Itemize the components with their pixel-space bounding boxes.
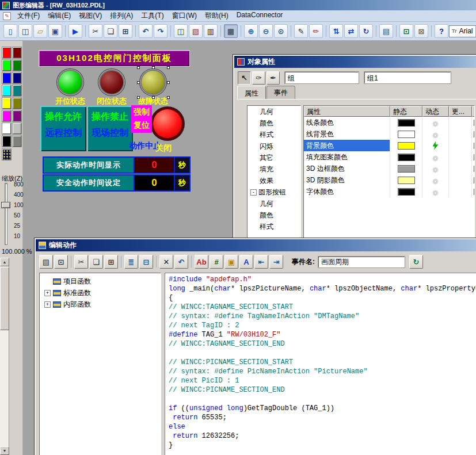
property-static-cell[interactable] bbox=[390, 128, 422, 140]
menu-item[interactable]: 排列(A) bbox=[106, 10, 137, 22]
object-type-combo[interactable]: 组 bbox=[285, 72, 359, 83]
menu-item[interactable]: 文件(F) bbox=[13, 10, 44, 22]
event-name-input[interactable] bbox=[318, 257, 405, 267]
zoom-in-button[interactable]: ⊕ bbox=[244, 24, 258, 38]
indirect-checkbox[interactable] bbox=[474, 131, 475, 137]
time-row[interactable]: 安全动作时间设定 0 秒 bbox=[43, 174, 191, 192]
zoom-out-button[interactable]: ⊖ bbox=[259, 24, 273, 38]
copy-button[interactable]: ❏ bbox=[89, 255, 103, 269]
grid-button[interactable]: ▦ bbox=[224, 24, 238, 38]
column-header[interactable]: 静态 bbox=[390, 106, 422, 117]
color-swatch[interactable] bbox=[2, 123, 11, 134]
tree-item[interactable]: +标准函数 bbox=[41, 287, 159, 299]
font-selector[interactable]: Tr Arial ▾ bbox=[449, 25, 476, 37]
help-button[interactable]: ? bbox=[435, 24, 448, 38]
color-value-swatch[interactable] bbox=[398, 142, 415, 150]
property-indirect-cell[interactable] bbox=[472, 186, 475, 197]
indirect-checkbox[interactable] bbox=[474, 154, 475, 160]
selection-handle[interactable] bbox=[167, 96, 170, 99]
selection-handle[interactable] bbox=[137, 66, 140, 69]
open-button[interactable]: ▱ bbox=[33, 24, 47, 38]
indirect-checkbox[interactable] bbox=[474, 120, 475, 126]
indirect-checkbox[interactable] bbox=[474, 177, 475, 183]
tree-item[interactable]: -圆形按钮 bbox=[247, 186, 300, 198]
menu-item[interactable]: 编辑(E) bbox=[44, 10, 75, 22]
redo-button[interactable]: ↷ bbox=[154, 24, 167, 38]
open-status-light-ring[interactable] bbox=[57, 69, 83, 95]
time-row[interactable]: 实际动作时间显示 0 秒 bbox=[43, 156, 191, 174]
pen-standard-button[interactable]: ✎ bbox=[294, 24, 308, 38]
property-static-cell[interactable] bbox=[390, 140, 422, 151]
selection-handle[interactable] bbox=[167, 66, 170, 69]
status-light[interactable] bbox=[59, 71, 82, 94]
tree-item[interactable]: 样式 bbox=[247, 129, 300, 140]
property-row[interactable]: 背景颜色 bbox=[304, 140, 474, 151]
color-swatch[interactable] bbox=[2, 98, 11, 109]
color-swatch[interactable] bbox=[13, 98, 21, 109]
operation-forbid-button[interactable]: 操作禁止 现场控制 bbox=[87, 106, 133, 151]
display-options-button[interactable]: ◫ bbox=[174, 24, 188, 38]
flip-horizontal-button[interactable]: ⇄ bbox=[344, 24, 358, 38]
property-indirect-cell[interactable] bbox=[472, 163, 475, 174]
property-static-cell[interactable] bbox=[390, 163, 422, 174]
color-swatch[interactable] bbox=[13, 47, 21, 58]
flip-vertical-button[interactable]: ⇅ bbox=[329, 24, 343, 38]
property-row[interactable]: 线条颜色☼ bbox=[304, 117, 474, 128]
compile-button[interactable]: # bbox=[210, 255, 223, 269]
tag-browser-button[interactable]: ≣ bbox=[124, 255, 138, 269]
new-button[interactable]: ▯ bbox=[3, 24, 17, 38]
property-indirect-cell[interactable] bbox=[472, 128, 475, 140]
color-palette-button[interactable]: ▧ bbox=[189, 24, 203, 38]
color-value-swatch[interactable] bbox=[398, 131, 415, 138]
panel-title-box[interactable]: 03H102电控闸门控制面板 bbox=[39, 51, 189, 66]
property-row[interactable]: 填充图案颜色☼ bbox=[304, 151, 474, 163]
color-value-swatch[interactable] bbox=[398, 119, 415, 127]
library-button[interactable]: ▤ bbox=[379, 24, 393, 38]
selection-handle[interactable] bbox=[152, 66, 155, 69]
catalog-button[interactable]: ⊠ bbox=[414, 24, 428, 38]
refresh-button[interactable]: ↻ bbox=[409, 255, 423, 269]
document-window-icon[interactable]: ✎ bbox=[3, 12, 11, 20]
menu-item[interactable]: 窗口(W) bbox=[168, 10, 201, 22]
force-reset-button[interactable]: 强制 复位 bbox=[131, 105, 152, 133]
tree-item[interactable]: +内部函数 bbox=[41, 299, 159, 310]
color-swatch[interactable] bbox=[13, 85, 21, 96]
dialog-title-bar[interactable]: 对象属性 bbox=[234, 56, 476, 68]
undo-button[interactable]: ↶ bbox=[139, 24, 153, 38]
property-indirect-cell[interactable] bbox=[472, 151, 475, 163]
print-button[interactable]: ▤ bbox=[39, 255, 53, 269]
selection-handle[interactable] bbox=[167, 81, 170, 84]
tree-item[interactable]: 闪烁 bbox=[247, 140, 300, 152]
cut-button[interactable]: ✂ bbox=[89, 24, 102, 38]
tree-item[interactable]: 项目函数 bbox=[41, 276, 159, 287]
color-swatch[interactable] bbox=[13, 60, 21, 71]
menu-item[interactable]: 视图(V) bbox=[75, 10, 106, 22]
menu-item[interactable]: 帮助(H) bbox=[201, 10, 233, 22]
tab-events[interactable]: 事件 bbox=[266, 86, 295, 99]
column-header[interactable]: 属性 bbox=[304, 106, 390, 117]
color-swatch[interactable] bbox=[13, 72, 21, 83]
copy-button[interactable]: ❏ bbox=[104, 24, 117, 38]
column-header[interactable]: 引 bbox=[472, 106, 475, 117]
object-name-combo[interactable]: 组1 bbox=[364, 72, 451, 83]
rotate-button[interactable]: ↻ bbox=[359, 24, 373, 38]
color-swatch[interactable] bbox=[2, 72, 11, 83]
property-dynamic-cell[interactable]: ☼ bbox=[422, 174, 449, 186]
dialog-title-bar[interactable]: 编辑动作 bbox=[36, 239, 476, 251]
property-row[interactable]: 3D 阴影颜色☼ bbox=[304, 174, 474, 186]
tree-item[interactable]: 几何 bbox=[247, 106, 300, 117]
pipette-button[interactable]: ✒ bbox=[266, 71, 280, 85]
status-light[interactable] bbox=[142, 71, 165, 94]
paste-button[interactable]: ⊞ bbox=[119, 24, 132, 38]
print-preview-button[interactable]: ⊡ bbox=[54, 255, 68, 269]
tree-item[interactable]: 样式 bbox=[247, 221, 300, 232]
property-static-cell[interactable] bbox=[390, 186, 422, 197]
activate-runtime-button[interactable]: ▶ bbox=[68, 24, 82, 38]
selection-handle[interactable] bbox=[137, 81, 140, 84]
scroll-down-button[interactable]: ▼ bbox=[0, 446, 9, 455]
font-settings-button[interactable]: A bbox=[239, 255, 253, 269]
property-dynamic-cell[interactable]: ☼ bbox=[422, 186, 449, 197]
property-indirect-cell[interactable] bbox=[472, 140, 475, 151]
color-swatch[interactable] bbox=[2, 85, 11, 96]
property-indirect-cell[interactable] bbox=[472, 117, 475, 128]
